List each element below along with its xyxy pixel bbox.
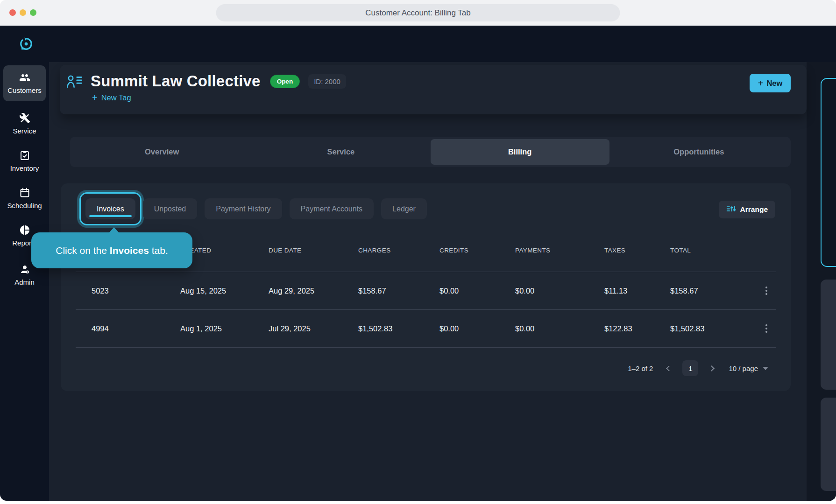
right-panel-card [821,398,836,491]
app-logo-icon[interactable] [19,37,33,51]
pagination: 1–2 of 2 1 10 / page [61,355,791,381]
subtab-label: Payment History [216,205,270,213]
tab[interactable]: Service [251,139,430,165]
cell-payments: $0.00 [515,324,604,333]
invoice-row[interactable]: 4994 Aug 1, 2025 Jul 29, 2025 $1,502.83 … [76,309,776,347]
customer-tabs: Overview Service Billing Opportunities [70,137,791,167]
tab[interactable]: Billing [431,139,609,165]
current-page-button[interactable]: 1 [682,360,698,376]
window-title: Customer Account: Billing Tab [216,4,620,21]
admin-icon [19,264,30,275]
coachmark-tooltip: Click on the Invoices tab. [31,232,192,268]
cell-payments: $0.00 [515,287,604,295]
column-header: CREATED [180,247,269,254]
subtab-label: Payment Accounts [301,205,363,213]
cell-due-date: Aug 29, 2025 [269,287,358,295]
cell-invoice-number: 4994 [92,324,180,333]
sidebar-item[interactable]: Inventory [3,145,46,176]
window-titlebar: Customer Account: Billing Tab [0,0,836,26]
billing-subtab[interactable]: Payment Accounts [290,198,374,219]
people-icon [19,72,30,83]
caret-down-icon [763,367,768,370]
clipboard-icon [19,150,30,161]
status-badge[interactable]: Open [270,75,300,88]
subtab-label: Ledger [392,205,416,213]
zoom-window-button[interactable] [30,9,36,16]
tab[interactable]: Overview [72,139,251,165]
minimize-window-button[interactable] [20,9,26,16]
billing-subtab[interactable]: Ledger [381,198,427,219]
tab[interactable]: Opportunities [609,139,788,165]
plus-icon: + [758,78,764,89]
customer-contact-icon [66,74,83,88]
sidebar-item[interactable]: Service [3,108,46,139]
cell-total: $1,502.83 [670,324,757,333]
customer-name: Summit Law Collective [91,72,261,90]
right-panel-highlighted-card [821,78,836,267]
page-size-dropdown[interactable]: 10 / page [729,364,768,372]
cell-taxes: $122.83 [604,324,670,333]
billing-subtab[interactable]: Unposted [143,198,198,219]
close-window-button[interactable] [9,9,16,16]
tab-label: Service [327,147,355,156]
billing-card: Invoices Unposted Payment History Paymen… [61,183,791,391]
new-tag-button[interactable]: + New Tag [92,93,131,102]
column-header: DUE DATE [269,247,358,254]
cell-credits: $0.00 [439,287,515,295]
cell-taxes: $11.13 [604,287,670,295]
cell-charges: $158.67 [358,287,439,295]
new-button[interactable]: + New [750,74,791,92]
column-header: TAXES [604,247,670,254]
cell-created: Aug 15, 2025 [180,287,269,295]
sidebar-item[interactable]: Scheduling [3,182,46,213]
right-side-panel [807,62,836,501]
pagination-range: 1–2 of 2 [628,364,653,372]
cell-due-date: Jul 29, 2025 [269,324,358,333]
sort-arrange-icon [726,205,736,214]
tab-label: Overview [145,147,179,156]
calendar-icon [19,187,30,198]
app-window: Customers Service Inventory Scheduling [0,26,836,501]
next-page-icon[interactable] [709,365,715,371]
column-header: CHARGES [358,247,439,254]
plus-icon: + [92,93,98,102]
row-kebab-menu-icon[interactable] [765,328,767,329]
cell-created: Aug 1, 2025 [180,324,269,333]
subtab-label: Invoices [97,205,124,213]
customer-header-panel: Summit Law Collective Open ID: 2000 + Ne… [60,65,807,114]
pie-icon [19,224,30,236]
sidebar-item-label: Inventory [3,164,46,172]
traffic-lights [9,9,36,16]
right-panel-card [821,280,836,390]
billing-subtab[interactable]: Invoices [85,198,135,219]
cell-total: $158.67 [670,287,757,295]
previous-page-icon[interactable] [666,365,673,371]
sidebar-item-label: Customers [3,86,46,94]
cell-credits: $0.00 [439,324,515,333]
tools-icon [19,112,30,124]
tab-label: Opportunities [673,147,724,156]
arrange-button[interactable]: Arrange [719,201,775,218]
column-header: PAYMENTS [515,247,604,254]
cell-invoice-number: 5023 [92,287,180,295]
column-header: CREDITS [439,247,515,254]
invoice-row[interactable]: 5023 Aug 15, 2025 Aug 29, 2025 $158.67 $… [76,272,776,309]
cell-charges: $1,502.83 [358,324,439,333]
screen: Customer Account: Billing Tab [0,0,836,504]
column-header: TOTAL [670,247,757,254]
sidebar-item-label: Scheduling [3,202,46,210]
tab-label: Billing [508,147,531,156]
subtab-label: Unposted [154,205,186,213]
billing-subtab[interactable]: Payment History [205,198,282,219]
billing-subtabs: Invoices Unposted Payment History Paymen… [61,183,791,219]
sidebar-item-label: Admin [3,278,46,286]
sidebar-item[interactable]: Customers [3,65,46,101]
invoices-table-body: 5023 Aug 15, 2025 Aug 29, 2025 $158.67 $… [76,272,776,348]
sidebar-item-label: Service [3,127,46,135]
row-kebab-menu-icon[interactable] [765,290,767,292]
customer-id-chip: ID: 2000 [308,74,346,89]
